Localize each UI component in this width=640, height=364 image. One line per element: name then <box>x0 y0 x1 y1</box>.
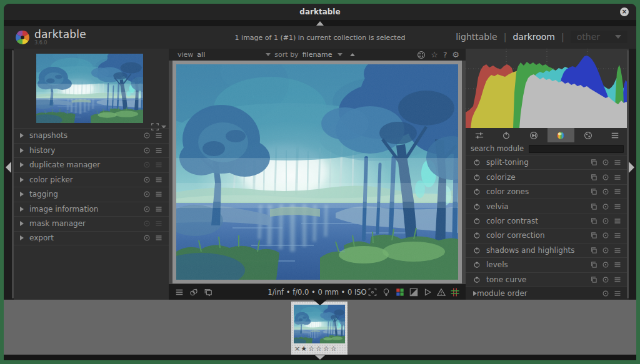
power-icon[interactable] <box>473 247 481 254</box>
reset-icon[interactable] <box>602 188 609 195</box>
hamburger-menu-icon[interactable] <box>175 288 184 297</box>
power-icon[interactable] <box>473 232 481 239</box>
section-export[interactable]: export <box>14 231 169 246</box>
reset-icon[interactable] <box>143 132 151 139</box>
focus-peaking-icon[interactable] <box>368 288 377 297</box>
left-panel-scrollbar[interactable] <box>12 50 14 298</box>
sort-ascending-icon[interactable] <box>350 53 355 56</box>
section-history[interactable]: history <box>14 143 169 158</box>
power-icon[interactable] <box>473 261 481 268</box>
tab-color-group[interactable] <box>548 128 575 142</box>
navigation-thumbnail[interactable] <box>36 54 143 123</box>
reject-icon[interactable]: × <box>294 345 300 353</box>
reset-icon[interactable] <box>143 161 151 169</box>
collapse-filmstrip-arrow-icon[interactable] <box>315 355 325 360</box>
histogram[interactable] <box>466 49 629 128</box>
presets-menu-icon[interactable] <box>614 203 621 210</box>
power-icon[interactable] <box>473 217 481 225</box>
tab-basic-group[interactable] <box>520 128 548 142</box>
instances-icon[interactable] <box>590 174 598 181</box>
edited-image[interactable] <box>172 61 462 283</box>
module-split-toning[interactable]: split-toning <box>466 155 629 169</box>
instances-icon[interactable] <box>590 261 598 268</box>
presets-menu-icon[interactable] <box>614 188 621 195</box>
tab-effects-group[interactable] <box>574 128 602 142</box>
presets-menu-icon[interactable] <box>155 190 162 198</box>
reset-icon[interactable] <box>602 203 609 210</box>
instances-icon[interactable] <box>590 217 598 225</box>
presets-menu-icon[interactable] <box>614 261 621 268</box>
reset-icon[interactable] <box>143 147 151 154</box>
collapse-left-panel-arrow-icon[interactable] <box>6 162 11 173</box>
styles-icon[interactable] <box>189 288 198 297</box>
gamut-check-icon[interactable] <box>437 288 446 297</box>
module-color-contrast[interactable]: color contrast <box>466 214 629 228</box>
collapse-top-panel-arrow-icon[interactable] <box>316 21 324 26</box>
sort-select[interactable]: filename <box>302 51 342 59</box>
presets-menu-icon[interactable] <box>155 205 162 213</box>
collapse-right-panel-arrow-icon[interactable] <box>629 162 634 173</box>
presets-menu-icon[interactable] <box>155 161 162 169</box>
reset-icon[interactable] <box>143 176 151 184</box>
tab-presets-menu[interactable] <box>602 128 629 142</box>
presets-menu-icon[interactable] <box>155 234 162 242</box>
section-tagging[interactable]: tagging <box>14 187 169 202</box>
module-colorize[interactable]: colorize <box>466 169 629 184</box>
instances-icon[interactable] <box>590 159 598 166</box>
star-rating[interactable]: ★☆☆☆☆ <box>301 345 338 353</box>
view-darkroom[interactable]: darkroom <box>512 32 555 42</box>
reset-icon[interactable] <box>602 232 609 239</box>
presets-menu-icon[interactable] <box>155 132 162 139</box>
module-color-zones[interactable]: color zones <box>466 184 629 199</box>
module-order-section[interactable]: module order <box>466 287 629 300</box>
module-velvia[interactable]: velvia <box>466 199 629 213</box>
tab-active-modules[interactable] <box>466 128 493 142</box>
view-other-dropdown[interactable]: other <box>571 31 628 43</box>
section-duplicate-manager[interactable]: duplicate manager <box>14 157 169 172</box>
reset-icon[interactable] <box>143 234 151 242</box>
module-levels[interactable]: levels <box>466 257 629 272</box>
grouping-icon[interactable] <box>417 51 426 59</box>
overlays-star-icon[interactable]: ☆ <box>431 50 438 59</box>
presets-menu-icon[interactable] <box>155 147 162 154</box>
presets-menu-icon[interactable] <box>614 247 621 254</box>
tab-active-group[interactable] <box>493 128 521 142</box>
preferences-gear-icon[interactable]: ⚙ <box>452 50 459 59</box>
instances-icon[interactable] <box>590 232 598 239</box>
search-module-input[interactable] <box>529 145 624 153</box>
help-icon[interactable]: ? <box>443 51 447 59</box>
reset-icon[interactable] <box>602 217 609 225</box>
reset-icon[interactable] <box>602 261 609 268</box>
close-icon[interactable]: × <box>620 7 629 16</box>
instances-icon[interactable] <box>590 188 598 195</box>
reset-icon[interactable] <box>602 290 609 297</box>
guides-icon[interactable] <box>451 288 459 297</box>
reset-icon[interactable] <box>143 220 151 227</box>
instances-icon[interactable] <box>590 247 598 254</box>
right-panel-scrollbar[interactable] <box>627 50 629 298</box>
reset-icon[interactable] <box>143 205 151 213</box>
reset-icon[interactable] <box>602 174 609 181</box>
thumbnail-image[interactable] <box>294 305 345 343</box>
presets-menu-icon[interactable] <box>614 174 621 181</box>
presets-menu-icon[interactable] <box>155 220 162 227</box>
darkroom-canvas[interactable] <box>169 61 466 284</box>
module-tone-curve[interactable]: tone curve <box>466 272 629 287</box>
module-color-correction[interactable]: color correction <box>466 228 629 242</box>
module-shadows-and-highlights[interactable]: shadows and highlights <box>466 243 629 257</box>
presets-menu-icon[interactable] <box>155 176 162 184</box>
filmstrip-thumbnail[interactable]: × ★☆☆☆☆ <box>291 302 348 355</box>
presets-menu-icon[interactable] <box>614 290 621 297</box>
reset-icon[interactable] <box>602 159 609 166</box>
section-image-information[interactable]: image information <box>14 202 169 217</box>
reset-icon[interactable] <box>143 190 151 198</box>
section-color-picker[interactable]: color picker <box>14 172 169 187</box>
overexposure-icon[interactable] <box>409 288 418 297</box>
presets-menu-icon[interactable] <box>614 232 621 239</box>
color-assessment-bulb-icon[interactable] <box>382 288 391 297</box>
section-mask-manager[interactable]: mask manager <box>14 216 169 231</box>
power-icon[interactable] <box>473 159 481 166</box>
power-icon[interactable] <box>473 203 481 210</box>
reset-icon[interactable] <box>602 247 609 254</box>
power-icon[interactable] <box>473 276 481 283</box>
